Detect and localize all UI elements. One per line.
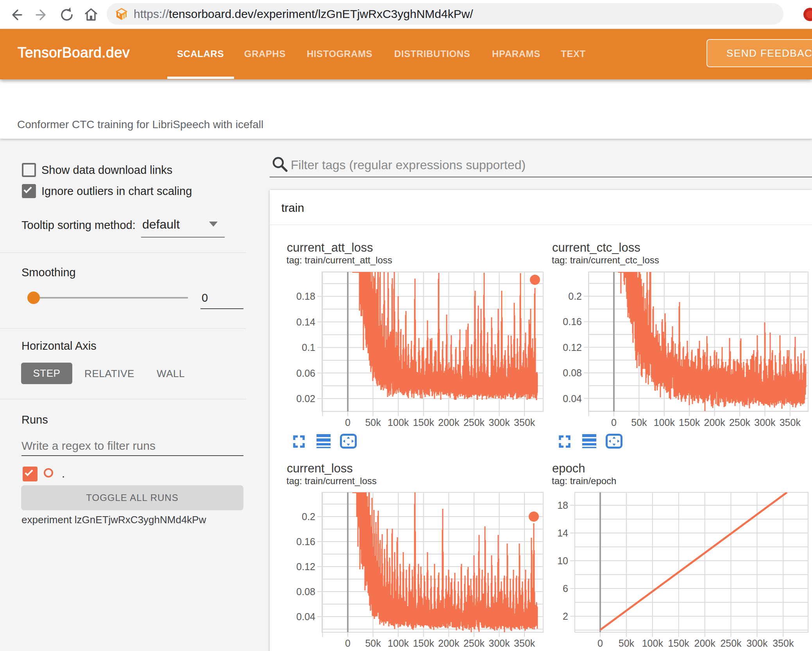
- svg-text:0: 0: [345, 417, 351, 428]
- svg-text:0.06: 0.06: [296, 368, 315, 379]
- svg-text:150k: 150k: [413, 638, 435, 649]
- svg-text:200k: 200k: [438, 417, 460, 428]
- svg-text:14: 14: [557, 528, 568, 538]
- svg-text:200k: 200k: [694, 638, 715, 649]
- svg-text:300k: 300k: [488, 417, 510, 428]
- svg-text:0: 0: [611, 417, 617, 428]
- svg-text:150k: 150k: [413, 417, 435, 428]
- svg-text:100k: 100k: [654, 417, 675, 428]
- svg-text:0: 0: [597, 638, 603, 649]
- svg-text:6: 6: [563, 583, 568, 594]
- svg-text:0.12: 0.12: [563, 342, 582, 353]
- svg-text:50k: 50k: [619, 638, 635, 649]
- svg-text:350k: 350k: [773, 638, 794, 649]
- svg-text:0.02: 0.02: [296, 393, 315, 404]
- svg-text:0.2: 0.2: [302, 511, 315, 522]
- svg-text:50k: 50k: [631, 417, 647, 428]
- svg-text:0.2: 0.2: [568, 291, 582, 302]
- svg-text:150k: 150k: [679, 417, 700, 428]
- svg-text:250k: 250k: [720, 638, 742, 649]
- svg-text:100k: 100k: [642, 638, 664, 649]
- svg-text:0: 0: [345, 638, 351, 649]
- svg-text:18: 18: [557, 500, 568, 511]
- svg-text:150k: 150k: [668, 638, 690, 649]
- svg-text:0.16: 0.16: [563, 316, 582, 327]
- svg-text:300k: 300k: [754, 417, 776, 428]
- svg-text:0.04: 0.04: [296, 611, 315, 622]
- svg-text:350k: 350k: [514, 638, 535, 649]
- svg-text:0.12: 0.12: [296, 561, 315, 572]
- svg-text:200k: 200k: [438, 638, 460, 649]
- svg-text:100k: 100k: [388, 638, 409, 649]
- svg-text:0.04: 0.04: [563, 393, 582, 404]
- svg-text:50k: 50k: [365, 417, 381, 428]
- svg-text:250k: 250k: [463, 417, 485, 428]
- svg-text:0.1: 0.1: [302, 342, 315, 353]
- svg-text:200k: 200k: [704, 417, 725, 428]
- svg-text:350k: 350k: [514, 417, 535, 428]
- svg-text:0.08: 0.08: [563, 367, 582, 378]
- svg-text:100k: 100k: [388, 417, 409, 428]
- svg-text:250k: 250k: [729, 417, 751, 428]
- svg-text:300k: 300k: [746, 638, 768, 649]
- svg-text:250k: 250k: [463, 638, 485, 649]
- svg-text:300k: 300k: [488, 638, 510, 649]
- svg-text:50k: 50k: [365, 638, 381, 649]
- svg-text:10: 10: [557, 555, 568, 566]
- svg-text:0.16: 0.16: [296, 536, 315, 547]
- svg-text:0.08: 0.08: [296, 586, 315, 597]
- svg-text:2: 2: [563, 611, 568, 622]
- svg-text:350k: 350k: [780, 417, 801, 428]
- svg-text:0.18: 0.18: [296, 291, 315, 302]
- svg-text:0.14: 0.14: [296, 317, 315, 327]
